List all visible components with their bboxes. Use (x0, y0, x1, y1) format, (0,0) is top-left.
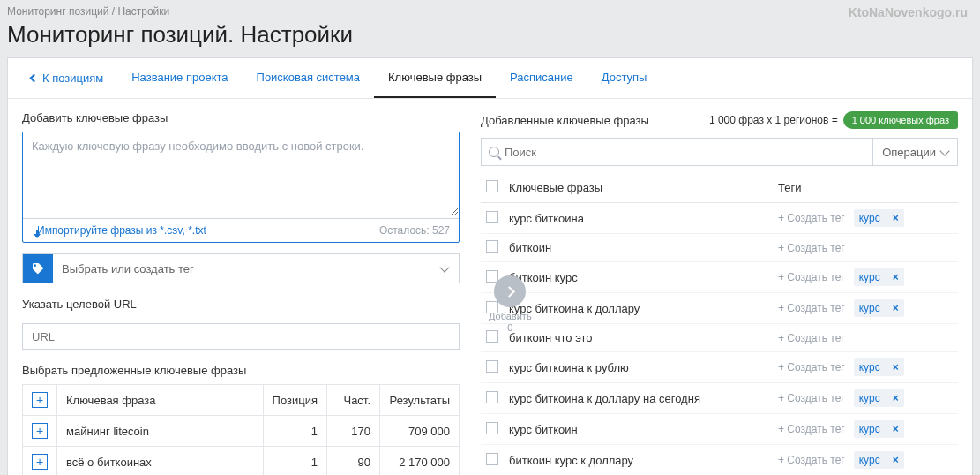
added-phrases-title: Добавленные ключевые фразы (481, 114, 649, 127)
operations-button[interactable]: Операции (873, 138, 958, 166)
suggest-freq: 90 (327, 447, 380, 476)
table-row: курс биткоина к доллару+ Создать тегкурс… (481, 293, 958, 324)
table-row: биткоин курс к доллару+ Создать тегкурс× (481, 445, 958, 476)
suggest-col-2: Част. (327, 385, 380, 416)
create-tag-button[interactable]: + Создать тег (778, 332, 845, 344)
summary-badge: 1 000 ключевых фраз (843, 111, 958, 129)
tag-name: курс (859, 454, 880, 466)
add-suggest-1[interactable]: + (32, 454, 48, 470)
tag-name: курс (859, 361, 880, 373)
keyword-phrase: курс биткоин (504, 414, 773, 445)
create-tag-button[interactable]: + Создать тег (778, 361, 845, 373)
suggest-col-3: Результаты (380, 385, 460, 416)
keyword-phrase: биткоин что это (504, 324, 773, 352)
tag-name: курс (859, 423, 880, 435)
tag-pill: курс× (854, 299, 904, 317)
remove-tag-icon[interactable]: × (893, 423, 899, 435)
chevron-right-icon (504, 286, 515, 298)
table-row: биткоин+ Создать тег (481, 234, 958, 262)
suggest-position: 1 (263, 416, 326, 447)
tag-pill: курс× (854, 268, 904, 286)
tab-4[interactable]: Доступы (587, 58, 662, 96)
operations-label: Операции (882, 146, 936, 159)
table-row: курс биткоина+ Создать тегкурс× (481, 203, 958, 234)
tab-1[interactable]: Поисковая система (243, 58, 375, 96)
select-all-checkbox[interactable] (486, 180, 498, 192)
suggest-results: 2 170 000 (380, 447, 460, 476)
tag-name: курс (859, 302, 880, 314)
keyword-phrase: курс биткоина к доллару на сегодня (504, 383, 773, 414)
table-row: курс биткоина к доллару на сегодня+ Созд… (481, 383, 958, 414)
tag-name: курс (859, 271, 880, 283)
tab-3[interactable]: Расписание (496, 58, 587, 96)
back-label: К позициям (42, 72, 103, 85)
tag-select-placeholder: Выбрать или создать тег (53, 262, 441, 275)
tab-0[interactable]: Название проекта (117, 58, 242, 96)
tag-pill: курс× (854, 451, 904, 469)
chevron-down-icon (939, 146, 949, 155)
suggest-position: 1 (263, 447, 326, 476)
suggest-col-1: Позиция (263, 385, 326, 416)
suggest-freq: 170 (327, 416, 380, 447)
suggest-col-0: Ключевая фраза (57, 385, 264, 416)
import-link[interactable]: Импортируйте фразы из *.csv, *.txt (32, 224, 206, 237)
remaining-counter: Осталось: 527 (379, 224, 450, 237)
table-row: биткоин что это+ Создать тег (481, 324, 958, 352)
add-button-label: Добавить0 (489, 311, 532, 334)
create-tag-button[interactable]: + Создать тег (778, 302, 845, 314)
add-phrases-label: Добавить ключевые фразы (22, 111, 460, 124)
add-button[interactable] (494, 275, 526, 307)
add-all-suggest[interactable]: + (32, 392, 48, 408)
tag-pill: курс× (854, 209, 904, 227)
create-tag-button[interactable]: + Создать тег (778, 454, 845, 466)
keyword-phrase: биткоин курс (504, 262, 773, 293)
table-row: биткоин курс+ Создать тегкурс× (481, 262, 958, 293)
add-suggest-0[interactable]: + (32, 423, 48, 439)
add-button-group: Добавить0 (489, 275, 532, 334)
tag-name: курс (859, 212, 880, 224)
remove-tag-icon[interactable]: × (893, 212, 899, 224)
keyword-phrase: биткоин курс к доллару (504, 445, 773, 476)
row-checkbox[interactable] (486, 391, 498, 403)
row-checkbox[interactable] (486, 240, 498, 253)
row-checkbox[interactable] (486, 360, 498, 373)
back-link[interactable]: К позициям (17, 59, 117, 97)
tag-name: курс (859, 392, 880, 404)
remove-tag-icon[interactable]: × (893, 271, 899, 283)
phrases-textarea-wrap: Импортируйте фразы из *.csv, *.txt Остал… (22, 132, 460, 243)
col-tags: Теги (773, 173, 958, 203)
keywords-table: Ключевые фразы Теги курс биткоина+ Созда… (481, 173, 958, 475)
create-tag-button[interactable]: + Создать тег (778, 392, 845, 404)
breadcrumb: Мониторинг позиций / Настройки (7, 0, 973, 19)
url-label: Указать целевой URL (22, 298, 460, 311)
tag-pill: курс× (854, 420, 904, 438)
tabs-bar: К позициям Название проектаПоисковая сис… (8, 58, 972, 99)
phrases-textarea[interactable] (23, 132, 459, 215)
tab-2[interactable]: Ключевые фразы (374, 58, 496, 98)
search-box (481, 138, 873, 166)
summary-text: 1 000 фраз x 1 регионов = (709, 114, 838, 126)
row-checkbox[interactable] (486, 422, 498, 434)
search-input[interactable] (505, 146, 865, 159)
row-checkbox[interactable] (486, 453, 498, 465)
tag-pill: курс× (854, 389, 904, 407)
keyword-phrase: курс биткоина к рублю (504, 352, 773, 383)
suggest-phrase: майнинг litecoin (57, 416, 264, 447)
suggest-table: +Ключевая фразаПозицияЧаст.Результаты +м… (22, 384, 460, 475)
chevron-down-icon (439, 262, 449, 272)
remove-tag-icon[interactable]: × (893, 361, 899, 373)
remove-tag-icon[interactable]: × (893, 302, 899, 314)
create-tag-button[interactable]: + Создать тег (778, 271, 845, 283)
url-input[interactable] (22, 323, 460, 350)
remove-tag-icon[interactable]: × (893, 392, 899, 404)
tag-select[interactable]: Выбрать или создать тег (22, 253, 460, 283)
create-tag-button[interactable]: + Создать тег (778, 212, 845, 224)
row-checkbox[interactable] (486, 211, 498, 223)
remove-tag-icon[interactable]: × (893, 454, 899, 466)
create-tag-button[interactable]: + Создать тег (778, 423, 845, 435)
suggest-label: Выбрать предложенные ключевые фразы (22, 364, 460, 377)
table-row: курс биткоин+ Создать тегкурс× (481, 414, 958, 445)
tag-pill: курс× (854, 358, 904, 376)
create-tag-button[interactable]: + Создать тег (778, 242, 845, 254)
chevron-left-icon (30, 74, 39, 83)
